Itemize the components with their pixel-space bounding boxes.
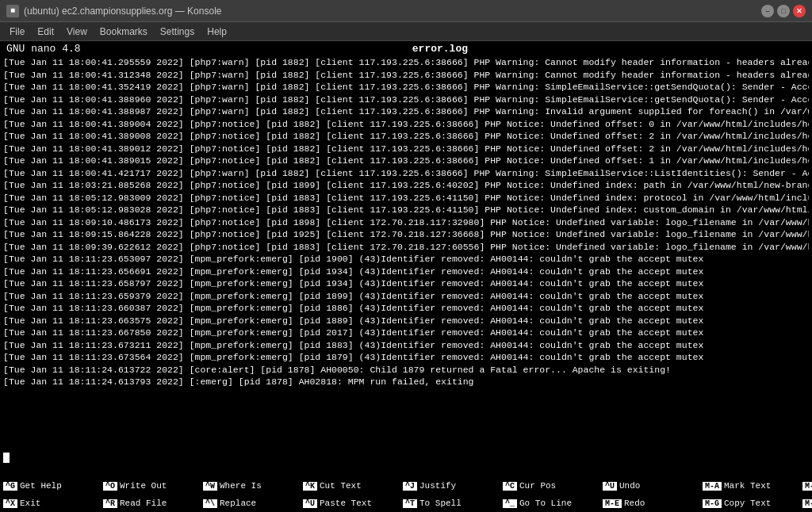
log-line: [Tue Jan 11 18:00:41.389008 2022] [php7:… [3,130,809,143]
shortcut-item-r2-5: ^_Go To Line [503,499,598,508]
shortcut-key-r2-0: ^X [3,499,17,508]
shortcut-bar-1: ^GGet Help^OWrite Out^WWhere Is^KCut Tex… [0,477,812,495]
shortcut-label-r2-2: Replace [220,499,256,508]
log-line: [Tue Jan 11 18:00:41.388987 2022] [php7:… [3,105,809,118]
shortcut-label-r1-7: Mark Text [724,481,771,491]
shortcut-label-r1-2: Where Is [220,481,262,491]
titlebar: ■ (ubuntu) ec2.championsupplies.org — Ko… [0,0,812,22]
log-line: [Tue Jan 11 18:05:12.983009 2022] [php7:… [3,192,809,204]
menubar: File Edit View Bookmarks Settings Help [0,22,812,41]
log-content[interactable]: [Tue Jan 11 18:00:41.295559 2022] [php7:… [0,56,812,450]
log-line: [Tue Jan 11 18:00:41.421717 2022] [php7:… [3,167,809,180]
nano-topbar: GNU nano 4.8 error.log [0,41,812,56]
shortcut-item-r1-7: M-AMark Text [703,481,798,491]
shortcut-label-r2-4: To Spell [419,499,462,508]
shortcut-item-r1-6: ^UUndo [603,481,698,491]
log-line: [Tue Jan 11 18:11:23.667850 2022] [mpm_p… [3,327,809,339]
shortcut-item-r2-6: M-ERedo [603,499,698,508]
shortcut-key-r1-2: ^W [203,482,217,491]
cursor-block [3,453,10,463]
nano-statusbar [0,464,812,477]
shortcut-key-r1-0: ^G [3,482,17,491]
log-line: [Tue Jan 11 18:11:23.653097 2022] [mpm_p… [3,253,809,266]
log-line: [Tue Jan 11 18:03:21.885268 2022] [php7:… [3,179,809,192]
shortcut-key-r2-7: M-G [703,499,722,508]
menu-edit[interactable]: Edit [31,25,60,39]
shortcut-item-r1-2: ^WWhere Is [203,481,298,491]
shortcut-item-r1-1: ^OWrite Out [103,481,198,491]
log-line: [Tue Jan 11 18:00:41.388960 2022] [php7:… [3,94,809,106]
shortcut-label-r2-0: Exit [20,499,40,508]
log-line: [Tue Jan 11 18:11:24.613793 2022] [:emer… [3,376,809,388]
shortcut-key-r2-1: ^R [103,499,117,508]
menu-help[interactable]: Help [201,25,233,39]
shortcut-key-r1-3: ^K [303,482,317,491]
maximize-button[interactable]: □ [777,5,790,17]
log-line: [Tue Jan 11 18:11:23.673564 2022] [mpm_p… [3,351,809,364]
log-line: [Tue Jan 11 18:00:41.295559 2022] [php7:… [3,56,809,69]
shortcut-label-r2-5: Go To Line [519,499,572,508]
shortcut-key-r2-8: M-Q [802,499,812,508]
log-line: [Tue Jan 11 18:09:10.486173 2022] [php7:… [3,216,809,229]
shortcut-item-r1-0: ^GGet Help [3,481,98,491]
shortcut-item-r2-1: ^RRead File [103,499,198,508]
log-line: [Tue Jan 11 18:00:41.389015 2022] [php7:… [3,155,809,167]
menu-file[interactable]: File [3,25,31,39]
shortcut-key-r1-6: ^U [603,482,617,491]
app-icon: ■ [6,5,19,17]
nano-version: GNU nano 4.8 [6,43,81,55]
shortcut-label-r1-4: Justify [419,481,456,491]
log-line: [Tue Jan 11 18:11:23.660387 2022] [mpm_p… [3,302,809,315]
shortcut-item-r2-4: ^TTo Spell [403,499,498,508]
titlebar-left: ■ (ubuntu) ec2.championsupplies.org — Ko… [6,5,221,17]
log-line: [Tue Jan 11 18:11:23.673211 2022] [mpm_p… [3,339,809,352]
shortcut-item-r2-2: ^\Replace [203,499,298,508]
menu-settings[interactable]: Settings [154,25,201,39]
minimize-button[interactable]: – [761,5,774,17]
log-line: [Tue Jan 11 18:11:23.658797 2022] [mpm_p… [3,277,809,290]
shortcut-key-r2-3: ^U [303,499,317,508]
menu-view[interactable]: View [60,25,94,39]
shortcut-label-r1-6: Undo [619,481,640,491]
log-line: [Tue Jan 11 18:11:23.656691 2022] [mpm_p… [3,266,809,278]
shortcut-label-r1-0: Get Help [20,481,62,491]
window-controls[interactable]: – □ ✕ [761,5,806,17]
log-line: [Tue Jan 11 18:09:15.864228 2022] [php7:… [3,228,809,241]
shortcut-item-r1-5: ^CCur Pos [503,481,598,491]
log-line: [Tue Jan 11 18:05:12.983028 2022] [php7:… [3,204,809,216]
shortcut-label-r2-6: Redo [624,499,645,508]
shortcut-bar-2: ^XExit^RRead File^\Replace^UPaste Text^T… [0,495,812,512]
shortcut-key-r2-5: ^_ [503,499,517,508]
close-button[interactable]: ✕ [793,5,806,17]
shortcut-key-r1-7: M-A [703,482,722,491]
shortcut-item-r2-3: ^UPaste Text [303,499,398,508]
log-line: [Tue Jan 11 18:11:24.613722 2022] [core:… [3,364,809,376]
cursor-area [0,450,812,464]
shortcut-key-r1-1: ^O [103,482,117,491]
shortcut-key-r1-4: ^J [403,482,417,491]
shortcut-label-r1-1: Write Out [120,481,167,491]
log-line: [Tue Jan 11 18:00:41.389012 2022] [php7:… [3,143,809,155]
log-line: [Tue Jan 11 18:11:23.659379 2022] [mpm_p… [3,290,809,303]
nano-filename: error.log [412,43,468,55]
log-line: [Tue Jan 11 18:00:41.389004 2022] [php7:… [3,118,809,131]
shortcut-item-r1-4: ^JJustify [403,481,498,491]
nano-topbar-right [799,43,806,55]
shortcut-item-r2-7: M-GCopy Text [703,499,798,508]
editor-container: GNU nano 4.8 error.log [Tue Jan 11 18:00… [0,41,812,512]
shortcut-key-r2-6: M-E [603,499,622,508]
shortcut-key-r2-2: ^\ [203,499,217,508]
shortcut-label-r1-3: Cut Text [320,481,362,491]
shortcut-item-r1-3: ^KCut Text [303,481,398,491]
shortcut-item-r2-0: ^XExit [3,499,98,508]
shortcut-label-r2-3: Paste Text [320,499,372,508]
shortcut-label-r1-5: Cur Pos [519,481,556,491]
log-line: [Tue Jan 11 18:11:23.663575 2022] [mpm_p… [3,315,809,327]
window-title: (ubuntu) ec2.championsupplies.org — Kons… [24,6,221,17]
menu-bookmarks[interactable]: Bookmarks [94,25,154,39]
shortcut-label-r2-7: Copy Text [724,499,771,508]
shortcut-label-r2-1: Read File [120,499,167,508]
shortcut-item-r2-8: M-QWhere Was [802,499,812,508]
shortcut-item-r1-8: M-}To Bracket [802,481,812,491]
log-line: [Tue Jan 11 18:09:39.622612 2022] [php7:… [3,241,809,254]
